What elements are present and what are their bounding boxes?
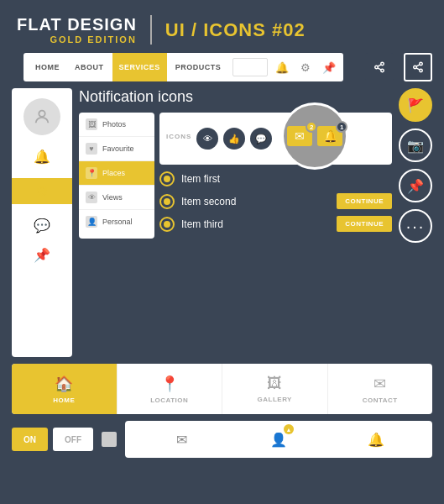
- toggle-group: ON OFF: [12, 428, 117, 451]
- tab-gallery[interactable]: 🖼 GALLERY: [222, 364, 328, 414]
- mail-notif-icon[interactable]: ✉ 2: [287, 126, 312, 146]
- person-badge: ▲: [284, 424, 294, 434]
- toggle-on[interactable]: ON: [12, 428, 48, 451]
- svg-point-2: [381, 69, 384, 72]
- sidebar-icon-bell[interactable]: 🔔: [34, 149, 50, 165]
- header-right: UI / ICONS #02: [165, 19, 306, 41]
- continue-button-1[interactable]: CONTINUE: [337, 193, 392, 209]
- svg-line-3: [378, 68, 381, 70]
- camera-button[interactable]: 📷: [399, 129, 432, 162]
- notification-title: Notification icons: [79, 88, 392, 106]
- svg-point-5: [420, 62, 423, 66]
- svg-point-10: [39, 111, 44, 117]
- views-icon: 👁: [86, 192, 97, 203]
- tab-location[interactable]: 📍 LOCATION: [118, 364, 223, 414]
- radio-2[interactable]: [159, 194, 175, 209]
- bell-icon[interactable]: 🔔: [273, 58, 291, 76]
- center-content: Notification icons 🖼 Photos ♥ Favourite …: [79, 88, 392, 357]
- flag-button[interactable]: 🚩: [399, 88, 432, 122]
- bell-bottom-icon[interactable]: 🔔: [364, 428, 388, 451]
- nav-item-products[interactable]: PRODUCTS: [169, 53, 228, 81]
- list-item-3: Item third CONTINUE: [159, 216, 392, 232]
- notification-bar: ✉ 👤 ▲ 🔔: [125, 421, 432, 458]
- header-subtitle: GOLD EDITION: [17, 34, 137, 45]
- bell-badge: 1: [336, 121, 347, 133]
- svg-point-7: [420, 69, 423, 72]
- menu-item-personal[interactable]: 👤 Personal: [79, 210, 154, 234]
- share-button-dark[interactable]: [365, 53, 394, 81]
- svg-line-8: [416, 68, 420, 70]
- sidebar-icon-gear[interactable]: ⚙: [12, 178, 72, 204]
- header-title: FLAT DESIGN: [17, 15, 137, 34]
- tab-bar: 🏠 HOME 📍 LOCATION 🖼 GALLERY ✉ CONTACT: [12, 364, 432, 414]
- personal-icon: 👤: [86, 216, 97, 228]
- pin-nav-icon[interactable]: 📌: [320, 58, 338, 76]
- pushpin-button[interactable]: 📌: [399, 169, 432, 202]
- home-icon: 🏠: [55, 375, 73, 393]
- bell-notif-icon[interactable]: 🔔 1: [317, 126, 342, 146]
- navbar: HOME ABOUT SERVICES PRODUCTS 🔔 ⚙ 📌: [24, 53, 343, 81]
- contact-icon: ✉: [373, 375, 386, 393]
- radio-1[interactable]: [159, 171, 175, 186]
- menu-item-favourite[interactable]: ♥ Favourite: [79, 137, 154, 161]
- share-button-outline[interactable]: [404, 53, 432, 81]
- menu-item-places[interactable]: 📍 Places: [79, 161, 154, 186]
- svg-point-1: [375, 66, 379, 69]
- page-header: FLAT DESIGN GOLD EDITION UI / ICONS #02: [0, 0, 444, 53]
- menu-item-views[interactable]: 👁 Views: [79, 186, 154, 210]
- sidebar-icon-chat[interactable]: 💬: [34, 218, 50, 234]
- person-bottom-icon[interactable]: 👤 ▲: [267, 428, 290, 451]
- tab-gallery-label: GALLERY: [258, 396, 292, 403]
- more-button[interactable]: ···: [399, 209, 432, 243]
- right-icon-buttons: 🚩 📷 📌 ···: [399, 88, 432, 357]
- bottom-controls: ON OFF ✉ 👤 ▲ 🔔: [0, 414, 444, 465]
- tab-location-label: LOCATION: [150, 396, 188, 404]
- heart-icon: ♥: [86, 143, 97, 155]
- radio-3[interactable]: [159, 217, 175, 232]
- list-items: Item first Item second CONTINUE Item thi…: [159, 171, 392, 239]
- nav-item-home[interactable]: HOME: [29, 53, 66, 81]
- toggle-off[interactable]: OFF: [53, 428, 93, 451]
- icons-strip: ICONS 👁 👍 💬 ✉ 2 🔔 1: [159, 113, 392, 165]
- tab-home-label: HOME: [53, 396, 75, 404]
- avatar: [24, 98, 60, 135]
- gallery-icon: 🖼: [267, 375, 282, 392]
- search-input[interactable]: [232, 58, 268, 76]
- continue-button-2[interactable]: CONTINUE: [337, 216, 392, 232]
- svg-line-4: [378, 65, 381, 66]
- header-left: FLAT DESIGN GOLD EDITION: [17, 15, 152, 45]
- mail-badge: 2: [306, 121, 317, 133]
- sidebar: 🔔 ⚙ 💬 📌: [12, 88, 72, 357]
- nav-icons: 🔔 ⚙ 📌: [273, 58, 338, 76]
- places-icon: 📍: [86, 167, 97, 179]
- menu-list: 🖼 Photos ♥ Favourite 📍 Places 👁 Views 👤: [79, 113, 154, 239]
- toggle-slider[interactable]: [102, 432, 117, 447]
- list-item-2: Item second CONTINUE: [159, 193, 392, 209]
- notification-zoom-circle: ✉ 2 🔔 1: [281, 102, 348, 170]
- svg-point-0: [381, 62, 384, 66]
- tab-home[interactable]: 🏠 HOME: [12, 364, 118, 414]
- sidebar-icon-pin[interactable]: 📌: [34, 247, 50, 263]
- tab-contact-label: CONTACT: [363, 396, 398, 404]
- menu-item-photos[interactable]: 🖼 Photos: [79, 113, 154, 137]
- gear-icon[interactable]: ⚙: [296, 58, 315, 76]
- svg-point-6: [414, 66, 417, 69]
- list-item-label-2: Item second: [181, 196, 330, 207]
- svg-line-9: [416, 65, 420, 66]
- location-icon: 📍: [160, 375, 179, 393]
- tab-contact[interactable]: ✉ CONTACT: [328, 364, 433, 414]
- eye-icon-btn[interactable]: 👁: [196, 128, 218, 150]
- list-item-label-3: Item third: [181, 218, 330, 230]
- thumbs-up-icon-btn[interactable]: 👍: [223, 128, 245, 150]
- mail-bottom-icon[interactable]: ✉: [170, 428, 193, 451]
- nav-item-about[interactable]: ABOUT: [68, 53, 111, 81]
- nav-item-services[interactable]: SERVICES: [112, 53, 167, 81]
- chat-icon-btn[interactable]: 💬: [250, 128, 272, 150]
- list-item-1: Item first: [159, 171, 392, 186]
- photos-icon: 🖼: [86, 118, 97, 130]
- list-item-label-1: Item first: [181, 173, 392, 185]
